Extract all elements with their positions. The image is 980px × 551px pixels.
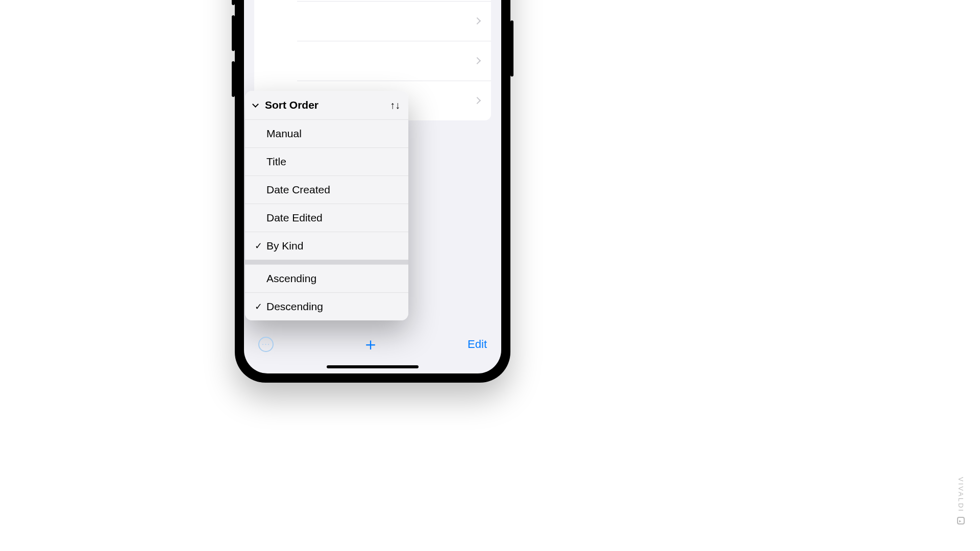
watermark-text: VIVALDI — [957, 477, 965, 513]
side-button — [232, 61, 235, 97]
sort-direction-ascending[interactable]: ✓ Ascending — [245, 264, 408, 292]
folder-row[interactable] — [254, 1, 491, 41]
menu-item-label: By Kind — [266, 240, 303, 252]
edit-button[interactable]: Edit — [468, 338, 487, 351]
edit-label: Edit — [468, 338, 487, 350]
home-indicator — [327, 365, 419, 368]
more-icon: ··· — [262, 340, 270, 349]
side-button — [232, 0, 235, 5]
chevron-down-icon — [252, 101, 259, 108]
menu-item-label: Manual — [266, 128, 302, 140]
add-button[interactable]: ＋ — [274, 333, 468, 356]
sort-option-by-kind[interactable]: ✓ By Kind — [245, 232, 408, 260]
sort-option-date-created[interactable]: ✓ Date Created — [245, 176, 408, 204]
plus-icon: ＋ — [362, 334, 379, 354]
menu-item-label: Title — [266, 156, 286, 168]
sort-option-title[interactable]: ✓ Title — [245, 147, 408, 176]
more-button[interactable]: ··· — [258, 337, 274, 352]
sort-order-menu: Sort Order ↑↓ ✓ Manual ✓ Title ✓ Date Cr… — [245, 91, 408, 320]
vivaldi-icon: ▸ — [957, 517, 965, 524]
screen: Design related 1 note Learning 24 notes — [244, 0, 501, 373]
folder-row[interactable] — [254, 41, 491, 81]
phone-frame: Design related 1 note Learning 24 notes — [235, 0, 510, 383]
check-icon: ✓ — [253, 301, 263, 312]
chevron-right-icon — [474, 17, 481, 24]
chevron-right-icon — [474, 57, 481, 64]
chevron-right-icon — [474, 97, 481, 104]
sort-order-header[interactable]: Sort Order ↑↓ — [245, 91, 408, 119]
menu-item-label: Ascending — [266, 272, 316, 285]
side-button — [232, 15, 235, 51]
watermark: VIVALDI ▸ — [957, 477, 965, 524]
menu-item-label: Date Created — [266, 184, 330, 196]
sort-direction-icon: ↑↓ — [390, 99, 400, 111]
side-button — [510, 20, 513, 77]
sort-option-manual[interactable]: ✓ Manual — [245, 119, 408, 147]
menu-item-label: Descending — [266, 300, 323, 313]
sort-order-title: Sort Order — [265, 99, 318, 111]
menu-item-label: Date Edited — [266, 212, 323, 224]
menu-separator — [245, 260, 408, 264]
sort-direction-descending[interactable]: ✓ Descending — [245, 292, 408, 320]
check-icon: ✓ — [253, 240, 263, 252]
sort-option-date-edited[interactable]: ✓ Date Edited — [245, 204, 408, 232]
